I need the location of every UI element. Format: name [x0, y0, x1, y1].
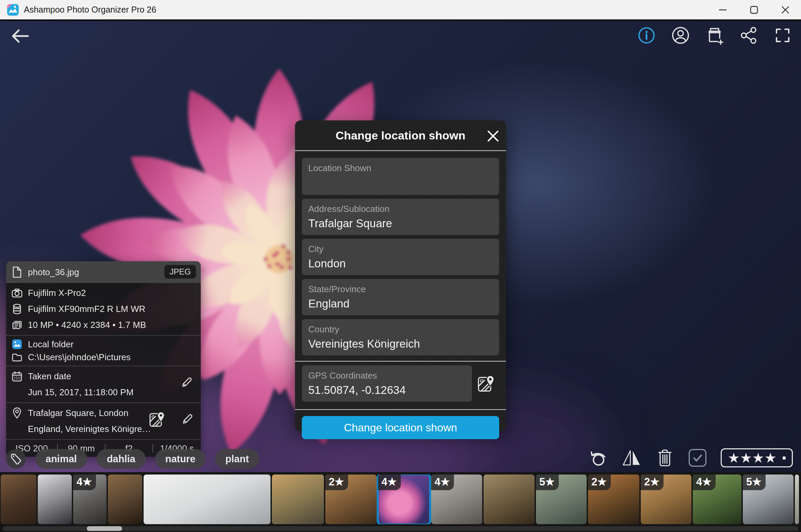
folder-path: C:\Users\johndoe\Pictures: [28, 352, 131, 363]
star-icon[interactable]: ★: [728, 450, 740, 465]
gps-open-map-button[interactable]: G: [477, 375, 495, 393]
window-controls: [707, 0, 801, 19]
delete-button[interactable]: [655, 448, 674, 467]
filmstrip-thumb-goats[interactable]: [1, 475, 36, 524]
field-label: Location Shown: [308, 163, 493, 173]
field-city[interactable]: City London: [302, 239, 499, 275]
storage-label: Local folder: [28, 339, 73, 350]
export-box-icon: [705, 26, 724, 45]
close-button[interactable]: [770, 0, 801, 19]
change-location-submit-button[interactable]: Change location shown: [302, 416, 499, 439]
filmstrip-thumb-edge-sliver[interactable]: [795, 475, 799, 524]
filmstrip-thumb-shaggy-dog[interactable]: 4★: [693, 475, 741, 524]
maximize-button[interactable]: [738, 0, 770, 19]
info-button[interactable]: [637, 26, 656, 45]
filmstrip-thumb-spaniel-stump[interactable]: [484, 475, 535, 524]
photo-resolution: 10 MP • 4240 x 2384 • 1.7 MB: [28, 320, 146, 330]
field-location-shown[interactable]: Location Shown: [302, 158, 499, 195]
field-value: Vereinigtes Königreich: [308, 337, 493, 350]
star-dot: [783, 456, 786, 460]
filmstrip-area: 4★2★4★4★5★2★2★4★5★: [0, 472, 801, 532]
share-icon: [740, 27, 757, 44]
filmstrip-thumb-dog-newspaper[interactable]: 4★: [73, 475, 107, 524]
fullscreen-icon: [774, 27, 791, 44]
tag-pill-dahlia[interactable]: dahlia: [97, 449, 146, 469]
filmstrip-thumb-girl-balloons[interactable]: 5★: [536, 475, 587, 524]
filmstrip-thumb-white-cat[interactable]: 4★: [431, 475, 482, 524]
field-label: City: [308, 244, 493, 254]
flip-horizontal-button[interactable]: [622, 448, 641, 467]
photo-filename: photo_36.jpg: [28, 267, 79, 278]
format-badge: JPEG: [164, 265, 196, 279]
edit-date-button[interactable]: [180, 376, 193, 389]
rotate-button[interactable]: [589, 448, 608, 467]
field-label: Country: [308, 324, 493, 335]
taken-date-section: Taken date Jun 15, 2017, 11:18:00 PM: [6, 366, 201, 402]
field-country[interactable]: Country Vereinigtes Königreich: [302, 319, 499, 355]
share-button[interactable]: [739, 26, 758, 45]
tag-pill-nature[interactable]: nature: [155, 449, 206, 469]
field-label: GPS Coordinates: [308, 370, 465, 381]
select-checkbox[interactable]: [689, 449, 706, 467]
filmstrip-thumb-golden-retriever[interactable]: 2★: [325, 475, 377, 524]
camera-section: Fujifilm X-Pro2 Fujifilm XF90mmF2 R LM W…: [6, 283, 201, 335]
pencil-icon: [181, 413, 194, 426]
fullscreen-button[interactable]: [773, 26, 792, 45]
back-button[interactable]: [8, 27, 30, 45]
filmstrip-thumb-dog-path[interactable]: 2★: [641, 475, 691, 524]
thumb-rating-badge: 2★: [325, 475, 348, 490]
field-label: State/Province: [308, 284, 493, 295]
edit-location-button[interactable]: [181, 413, 194, 426]
filmstrip-thumb-cat-snow-wide[interactable]: [144, 475, 271, 524]
thumb-rating-badge: 5★: [536, 475, 559, 490]
field-label: Address/Sublocation: [308, 204, 493, 214]
window-title: Ashampoo Photo Organizer Pro 26: [24, 5, 156, 15]
lens-model: Fujifilm XF90mmF2 R LM WR: [28, 304, 145, 314]
edit-toolbar: ★★★★: [589, 448, 793, 467]
location-section: Trafalgar Square, London England, Verein…: [6, 403, 201, 439]
star-icons: ★★★★: [728, 451, 777, 465]
location-line2: England, Vereinigtes Königre…: [28, 424, 151, 434]
field-gps-coordinates[interactable]: GPS Coordinates 51.50874, -0.12634: [302, 365, 472, 402]
star-rating[interactable]: ★★★★: [721, 448, 793, 467]
field-state-province[interactable]: State/Province England: [302, 279, 499, 315]
taken-date-label: Taken date: [28, 371, 71, 382]
export-button[interactable]: [705, 26, 724, 45]
filmstrip-thumb-fox[interactable]: 2★: [588, 475, 639, 524]
close-x-icon: [486, 129, 501, 144]
filmstrip-thumb-dog-snow[interactable]: [38, 475, 72, 524]
file-icon: [12, 266, 22, 278]
check-icon: [692, 451, 703, 465]
tag-pill-plant[interactable]: plant: [215, 449, 259, 469]
dialog-divider: [295, 361, 506, 362]
calendar-icon: [12, 371, 22, 382]
star-icon[interactable]: ★: [764, 450, 777, 465]
filmstrip-thumb-dog-orange-bow[interactable]: [108, 475, 142, 524]
svg-text:G: G: [480, 378, 484, 383]
camera-model: Fujifilm X-Pro2: [28, 288, 86, 298]
tag-pill-animal[interactable]: animal: [35, 449, 87, 469]
lens-icon: [12, 304, 22, 314]
filmstrip-thumb-dog-graffiti[interactable]: [272, 475, 324, 524]
filmstrip-thumb-dahlia[interactable]: 4★: [378, 475, 430, 524]
filmstrip-scrollbar-thumb[interactable]: [87, 526, 122, 531]
account-icon: [672, 27, 689, 44]
star-icon[interactable]: ★: [752, 450, 764, 465]
dialog-title: Change location shown: [336, 129, 465, 142]
dialog-header: Change location shown: [295, 120, 506, 150]
filmstrip-thumb-goggles-dog[interactable]: 5★: [743, 475, 794, 524]
open-map-button[interactable]: G: [149, 411, 165, 428]
photo-info-panel: photo_36.jpg JPEG Fujifilm X-Pro2: [6, 261, 201, 457]
field-value: 51.50874, -0.12634: [308, 384, 465, 397]
info-header: photo_36.jpg JPEG: [6, 261, 201, 283]
star-icon[interactable]: ★: [740, 450, 752, 465]
dialog-close-button[interactable]: [484, 128, 500, 144]
account-button[interactable]: [671, 26, 690, 45]
thumb-rating-badge: 2★: [588, 475, 611, 490]
dialog-body: Location Shown Address/Sublocation Trafa…: [295, 151, 506, 410]
close-icon: [781, 5, 790, 14]
filmstrip-scrollbar-track[interactable]: [3, 526, 798, 531]
minimize-button[interactable]: [707, 0, 738, 19]
field-address-sublocation[interactable]: Address/Sublocation Trafalgar Square: [302, 199, 499, 235]
add-tag-button[interactable]: [6, 449, 26, 469]
